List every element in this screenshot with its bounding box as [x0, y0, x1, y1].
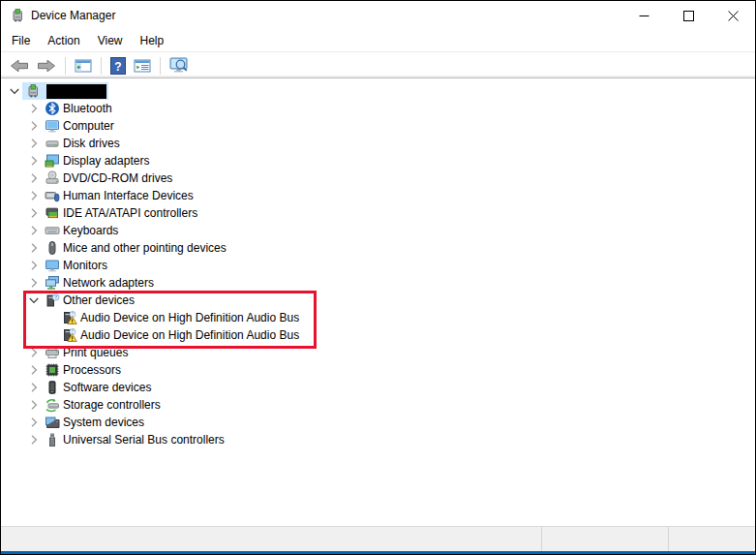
printer-icon — [45, 345, 60, 360]
menu-bar: FileActionViewHelp — [1, 30, 755, 52]
chevron-right-icon[interactable] — [26, 240, 42, 256]
scan-for-hardware-changes-button[interactable] — [166, 54, 192, 77]
show-hide-console-tree-button[interactable] — [72, 54, 95, 77]
minimize-button[interactable] — [621, 1, 666, 30]
redacted-computer-name — [46, 84, 106, 99]
chevron-right-icon[interactable] — [26, 205, 42, 221]
bluetooth-icon — [45, 101, 60, 116]
tree-item-label: Keyboards — [63, 223, 121, 238]
hid-device-icon — [45, 188, 60, 203]
toolbar-separator — [101, 57, 102, 75]
close-button[interactable] — [711, 1, 755, 30]
tree-item-computer[interactable]: Computer — [1, 117, 755, 135]
device-manager-window: Device Manager FileActionViewHelp ? Blue… — [0, 0, 756, 555]
chevron-right-icon[interactable] — [26, 136, 42, 151]
tree-item-computer-root[interactable] — [1, 82, 755, 100]
menu-action[interactable]: Action — [39, 31, 88, 50]
tree-item-label: Monitors — [63, 258, 110, 273]
status-bar — [1, 526, 755, 554]
tree-item-label: System devices — [63, 415, 147, 430]
tree-item-human-interface-devices[interactable]: Human Interface Devices — [1, 187, 755, 204]
tree-item-label: DVD/CD-ROM drives — [63, 170, 175, 186]
mouse-icon — [45, 240, 60, 256]
tree-item-network-adapters[interactable]: Network adapters — [1, 274, 755, 292]
show-action-pane-button[interactable] — [131, 54, 154, 77]
tree-item-print-queues[interactable]: Print queues — [1, 344, 755, 361]
tree-item-dvd-cd-rom-drives[interactable]: DVD/CD-ROM drives — [1, 170, 755, 187]
forward-button[interactable] — [34, 54, 59, 77]
chevron-right-icon[interactable] — [26, 275, 42, 291]
back-button[interactable] — [7, 54, 32, 77]
close-icon — [728, 11, 739, 21]
svg-text:?: ? — [72, 311, 75, 317]
tree-item-audio-device-on-high-definition-audio-bus[interactable]: ?Audio Device on High Definition Audio B… — [1, 326, 755, 344]
chevron-right-icon[interactable] — [26, 362, 42, 378]
content-area: BluetoothComputerDisk drivesDisplay adap… — [1, 79, 755, 526]
chevron-right-icon[interactable] — [26, 258, 42, 273]
tree-item-ide-ata-atapi-controllers[interactable]: IDE ATA/ATAPI controllers — [1, 204, 755, 222]
chevron-down-icon[interactable] — [7, 83, 22, 99]
toolbar: ? — [1, 53, 755, 78]
tree-item-bluetooth[interactable]: Bluetooth — [1, 100, 755, 117]
network-adapter-icon — [45, 275, 60, 291]
chevron-right-icon[interactable] — [26, 432, 42, 447]
tree-item-label: IDE ATA/ATAPI controllers — [63, 205, 200, 221]
chevron-spacer — [44, 310, 59, 325]
keyboard-icon — [45, 223, 60, 238]
toolbar-separator — [65, 57, 66, 75]
tree-item-label: Storage controllers — [63, 397, 164, 413]
tree-item-display-adapters[interactable]: Display adapters — [1, 152, 755, 170]
chevron-right-icon[interactable] — [26, 415, 42, 430]
window-controls — [621, 1, 755, 30]
scan-for-hardware-changes-icon — [169, 57, 189, 75]
tree-item-disk-drives[interactable]: Disk drives — [1, 135, 755, 152]
device-tree: BluetoothComputerDisk drivesDisplay adap… — [1, 79, 755, 448]
minimize-icon — [639, 11, 650, 21]
chevron-right-icon[interactable] — [26, 153, 42, 169]
tree-item-audio-device-on-high-definition-audio-bus[interactable]: ?Audio Device on High Definition Audio B… — [1, 309, 755, 326]
chevron-spacer — [44, 327, 59, 343]
tree-item-universal-serial-bus-controllers[interactable]: Universal Serial Bus controllers — [1, 431, 755, 448]
svg-text:?: ? — [114, 59, 121, 73]
tree-item-keyboards[interactable]: Keyboards — [1, 222, 755, 239]
system-device-icon — [45, 415, 60, 430]
maximize-button[interactable] — [666, 1, 711, 30]
status-section-middle — [542, 527, 669, 551]
ide-controller-icon — [45, 205, 60, 221]
unknown-device-icon: ? — [45, 293, 60, 308]
chevron-right-icon[interactable] — [26, 170, 42, 186]
chevron-right-icon[interactable] — [26, 223, 42, 238]
tree-item-monitors[interactable]: Monitors — [1, 257, 755, 274]
monitor-icon — [45, 258, 60, 273]
tree-item-processors[interactable]: Processors — [1, 361, 755, 379]
back-icon — [10, 58, 29, 74]
tree-item-label: Network adapters — [63, 275, 157, 291]
help-button[interactable]: ? — [107, 54, 129, 77]
tree-item-mice-and-other-pointing-devices[interactable]: Mice and other pointing devices — [1, 239, 755, 257]
help-icon: ? — [110, 57, 126, 75]
tree-item-system-devices[interactable]: System devices — [1, 414, 755, 431]
disk-drive-icon — [45, 136, 60, 151]
tree-item-label: Audio Device on High Definition Audio Bu… — [80, 327, 302, 343]
show-action-pane-icon — [134, 58, 151, 74]
tree-item-label: Software devices — [63, 380, 154, 395]
menu-help[interactable]: Help — [132, 31, 173, 50]
computer-monitor-icon — [45, 118, 60, 134]
chevron-right-icon[interactable] — [26, 188, 42, 203]
status-section-right — [669, 527, 755, 551]
unknown-device-warning-icon: ? — [62, 327, 77, 343]
chevron-right-icon[interactable] — [26, 380, 42, 395]
chevron-right-icon[interactable] — [26, 345, 42, 360]
tree-item-software-devices[interactable]: Software devices — [1, 379, 755, 396]
tree-item-label: Human Interface Devices — [63, 188, 197, 203]
tree-item-other-devices[interactable]: ?Other devices — [1, 292, 755, 309]
chevron-right-icon[interactable] — [26, 101, 42, 116]
menu-file[interactable]: File — [3, 31, 39, 50]
chevron-right-icon[interactable] — [26, 118, 42, 134]
chevron-down-icon[interactable] — [26, 293, 42, 308]
tree-item-storage-controllers[interactable]: Storage controllers — [1, 396, 755, 414]
usb-controller-icon — [45, 432, 60, 447]
menu-view[interactable]: View — [89, 31, 132, 50]
chevron-right-icon[interactable] — [26, 397, 42, 413]
tree-item-label: Universal Serial Bus controllers — [63, 432, 227, 447]
